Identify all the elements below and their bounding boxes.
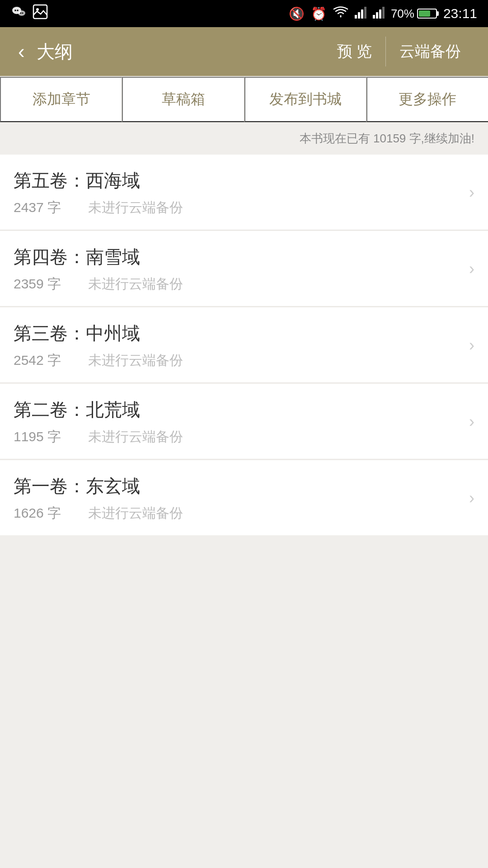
chevron-right-icon-vol1: › <box>469 489 474 508</box>
nav-actions: 预 览 云端备份 <box>324 37 474 66</box>
action-btn-more-actions[interactable]: 更多操作 <box>366 77 488 122</box>
status-right-icons: 🔇 ⏰ <box>289 6 477 22</box>
volume-chars-vol3: 2542 字 <box>14 351 61 370</box>
word-count-info: 本书现在已有 10159 字,继续加油! <box>0 123 488 155</box>
preview-button[interactable]: 预 览 <box>324 37 385 66</box>
chevron-right-icon-vol5: › <box>469 183 474 202</box>
status-bar: 🔇 ⏰ <box>0 0 488 27</box>
battery-percent: 70% <box>391 7 414 21</box>
volume-meta-vol2: 1195 字 未进行云端备份 <box>14 428 469 446</box>
volume-info-vol2: 第二卷：北荒域 1195 字 未进行云端备份 <box>14 397 469 446</box>
volume-title-vol5: 第五卷：西海域 <box>14 168 469 193</box>
chevron-right-icon-vol4: › <box>469 259 474 278</box>
action-btn-add-chapter[interactable]: 添加章节 <box>0 77 122 122</box>
svg-rect-10 <box>361 9 363 19</box>
svg-rect-14 <box>379 9 381 19</box>
svg-point-3 <box>18 10 25 16</box>
volume-title-vol4: 第四卷：南雪域 <box>14 245 469 269</box>
mute-icon: 🔇 <box>289 6 305 21</box>
nav-left: ‹ 大纲 <box>14 36 73 67</box>
volume-info-vol1: 第一卷：东玄域 1626 字 未进行云端备份 <box>14 474 469 523</box>
svg-point-4 <box>20 13 22 14</box>
volume-list: 第五卷：西海域 2437 字 未进行云端备份 › 第四卷：南雪域 2359 字 … <box>0 155 488 535</box>
svg-point-5 <box>22 13 23 14</box>
volume-backup-vol3: 未进行云端备份 <box>88 351 183 370</box>
svg-rect-8 <box>355 15 357 19</box>
wifi-icon <box>333 6 348 22</box>
volume-info-vol5: 第五卷：西海域 2437 字 未进行云端备份 <box>14 168 469 217</box>
alarm-icon: ⏰ <box>311 6 327 21</box>
volume-info-vol3: 第三卷：中州域 2542 字 未进行云端备份 <box>14 321 469 370</box>
action-buttons-row: 添加章节草稿箱发布到书城更多操作 <box>0 77 488 123</box>
battery-bar <box>417 9 437 19</box>
volume-backup-vol2: 未进行云端备份 <box>88 428 183 446</box>
wechat-icon <box>11 4 27 24</box>
volume-item-vol3[interactable]: 第三卷：中州域 2542 字 未进行云端备份 › <box>0 307 488 383</box>
volume-item-vol4[interactable]: 第四卷：南雪域 2359 字 未进行云端备份 › <box>0 231 488 307</box>
volume-backup-vol1: 未进行云端备份 <box>88 504 183 523</box>
volume-meta-vol5: 2437 字 未进行云端备份 <box>14 198 469 217</box>
volume-chars-vol1: 1626 字 <box>14 504 61 523</box>
status-time: 23:11 <box>443 6 477 21</box>
svg-rect-12 <box>373 15 375 19</box>
volume-title-vol1: 第一卷：东玄域 <box>14 474 469 499</box>
status-left-icons <box>11 4 48 24</box>
volume-meta-vol4: 2359 字 未进行云端备份 <box>14 275 469 293</box>
volume-backup-vol5: 未进行云端备份 <box>88 198 183 217</box>
volume-info-vol4: 第四卷：南雪域 2359 字 未进行云端备份 <box>14 245 469 293</box>
signal1-icon <box>355 6 366 22</box>
svg-rect-9 <box>358 12 360 19</box>
battery-indicator: 70% <box>391 7 437 21</box>
action-btn-draft-box[interactable]: 草稿箱 <box>122 77 244 122</box>
volume-chars-vol5: 2437 字 <box>14 198 61 217</box>
volume-item-vol5[interactable]: 第五卷：西海域 2437 字 未进行云端备份 › <box>0 155 488 230</box>
battery-fill <box>419 10 430 17</box>
chevron-right-icon-vol2: › <box>469 412 474 431</box>
svg-point-2 <box>17 9 19 11</box>
svg-rect-11 <box>364 7 366 19</box>
volume-item-vol2[interactable]: 第二卷：北荒域 1195 字 未进行云端备份 › <box>0 384 488 459</box>
signal2-icon <box>373 6 385 22</box>
svg-point-7 <box>36 8 39 11</box>
volume-title-vol3: 第三卷：中州域 <box>14 321 469 346</box>
cloud-backup-button[interactable]: 云端备份 <box>385 37 474 66</box>
svg-point-1 <box>14 9 16 11</box>
svg-rect-6 <box>33 5 47 19</box>
volume-title-vol2: 第二卷：北荒域 <box>14 397 469 422</box>
gallery-icon <box>33 4 48 23</box>
volume-item-vol1[interactable]: 第一卷：东玄域 1626 字 未进行云端备份 › <box>0 460 488 535</box>
volume-chars-vol2: 1195 字 <box>14 428 61 446</box>
action-btn-publish[interactable]: 发布到书城 <box>244 77 366 122</box>
back-button[interactable]: ‹ <box>14 36 29 67</box>
svg-rect-13 <box>376 12 378 19</box>
nav-title: 大纲 <box>37 39 73 64</box>
volume-meta-vol3: 2542 字 未进行云端备份 <box>14 351 469 370</box>
chevron-right-icon-vol3: › <box>469 336 474 355</box>
volume-backup-vol4: 未进行云端备份 <box>88 275 183 293</box>
volume-meta-vol1: 1626 字 未进行云端备份 <box>14 504 469 523</box>
nav-bar: ‹ 大纲 预 览 云端备份 <box>0 27 488 76</box>
svg-rect-15 <box>382 7 385 19</box>
volume-chars-vol4: 2359 字 <box>14 275 61 293</box>
